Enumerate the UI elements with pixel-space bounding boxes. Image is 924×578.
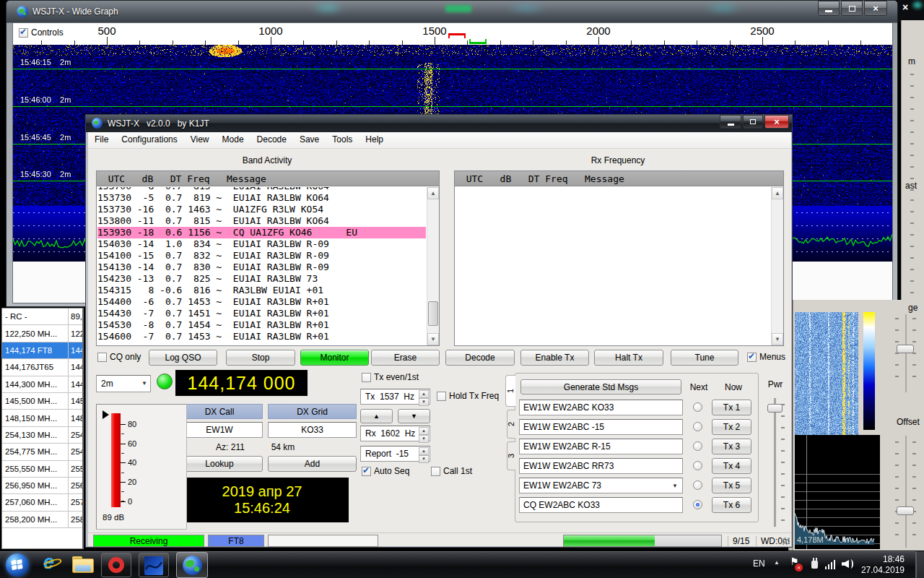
frequency-row[interactable]: 255,550 MH...255, — [2, 461, 82, 478]
frequency-row[interactable]: 144,300 MH...144, — [2, 376, 82, 393]
start-button[interactable] — [6, 553, 29, 577]
cq-only-checkbox[interactable]: CQ only — [97, 352, 141, 362]
decode-row[interactable]: 154315 8 -0.6 816 ~ RA3LBW EU1AI +01 — [97, 285, 426, 296]
decode-row[interactable]: 154600 -7 0.7 1453 ~ EU1AI RA3LBW R+01 — [97, 331, 426, 342]
decode-row[interactable]: 153800 -11 0.7 815 ~ EU1AI RA3LBW KO64 — [97, 215, 426, 227]
sdr-waterfall-display[interactable] — [795, 312, 858, 435]
frequency-row[interactable]: 257,060 MH...257, — [2, 494, 82, 511]
decode-button[interactable]: Decode — [445, 350, 515, 366]
tune-button[interactable]: Tune — [671, 350, 738, 366]
explorer-folder-icon[interactable] — [72, 556, 94, 573]
tx3-message-field[interactable]: EW1W EW2ABC R-15 — [519, 439, 683, 454]
tx-freq-spinner[interactable]: Tx 1537 Hz ▲▼ — [360, 389, 430, 405]
tx6-message-field[interactable]: CQ EW2ABC KO33 — [519, 497, 683, 513]
frequency-row-selected[interactable]: 144,174 FT8144, — [2, 342, 82, 359]
menu-file[interactable]: File — [88, 132, 115, 148]
wsjtx-taskbar-tile[interactable] — [176, 552, 208, 578]
tab-1[interactable]: 1 — [505, 375, 515, 407]
menu-configurations[interactable]: Configurations — [115, 132, 183, 148]
tx-even-checkbox[interactable]: Tx even/1st — [362, 372, 419, 382]
minimize-button[interactable] — [720, 115, 741, 129]
clock-date[interactable]: 27.04.2019 — [855, 565, 905, 575]
sdr-range-slider-track[interactable] — [905, 314, 907, 392]
pwr-slider-handle[interactable] — [767, 404, 783, 413]
tx5-message-combo[interactable]: EW1W EW2ABC 73 ▼ — [519, 478, 683, 493]
tx3-button[interactable]: Tx 3 — [712, 439, 751, 454]
menus-checkbox[interactable]: Menus — [747, 352, 785, 362]
show-desktop-button[interactable] — [915, 551, 924, 578]
scroll-up-icon[interactable]: ▲ — [772, 187, 783, 199]
decode-row[interactable]: 153730 -5 0.7 819 ~ EU1AI RA3LBW KO64 — [97, 192, 426, 204]
report-spinner[interactable]: Report -15 ▲▼ — [360, 446, 430, 462]
tray-expand-icon[interactable]: ▲ — [774, 559, 780, 566]
minimize-button[interactable] — [818, 1, 840, 16]
decode-row[interactable]: 154230 -13 0.7 825 ~ EU1AI RA3LBW 73 — [97, 273, 426, 285]
frequency-row[interactable]: 258,200 MH...258, — [2, 512, 82, 528]
maximize-button[interactable] — [841, 1, 863, 16]
close-button[interactable]: × — [864, 1, 887, 16]
tx2-message-field[interactable]: EW1W EW2ABC -15 — [519, 419, 683, 435]
auto-seq-checkbox[interactable]: Auto Seq — [362, 466, 409, 476]
dx-grid-field[interactable]: KO33 — [268, 422, 357, 438]
main-titlebar[interactable]: WSJT-X v2.0.0 by K1JT × — [86, 115, 792, 132]
halt-tx-button[interactable]: Halt Tx — [594, 350, 663, 366]
tx5-button[interactable]: Tx 5 — [712, 478, 751, 493]
rx-freq-marker[interactable] — [469, 39, 487, 44]
controls-checkbox[interactable]: Controls — [19, 27, 64, 38]
stop-button[interactable]: Stop — [226, 350, 295, 366]
close-button[interactable]: × — [764, 115, 789, 129]
waveform-app-tile[interactable] — [139, 553, 169, 577]
tx2-next-radio[interactable] — [693, 422, 702, 431]
decode-row[interactable]: 153730 -16 0.7 1463 ~ UA1ZFG R3LW KO54 — [97, 204, 426, 215]
wide-graph-titlebar[interactable]: WSJT-X - Wide Graph × — [6, 1, 897, 22]
spinner-arrows-icon[interactable]: ▲▼ — [419, 447, 429, 460]
decode-row[interactable]: 154530 -8 0.7 1454 ~ EU1AI RA3LBW R+01 — [97, 319, 426, 331]
tx6-next-radio-selected[interactable] — [693, 500, 702, 509]
frequency-row[interactable]: 122,250 MH...122, — [2, 325, 82, 342]
opera-taskbar-tile[interactable] — [101, 553, 131, 577]
tab-2[interactable]: 2 — [507, 410, 515, 439]
enable-tx-button[interactable]: Enable Tx — [520, 350, 589, 366]
freq-down-button[interactable]: ▼ — [398, 409, 430, 423]
tx4-message-field[interactable]: EW1W EW2ABC RR73 — [519, 458, 683, 474]
generate-std-msgs-button[interactable]: Generate Std Msgs — [520, 379, 681, 394]
frequency-row[interactable]: 145,500 MH...145, — [2, 393, 82, 410]
menu-decode[interactable]: Decode — [250, 132, 293, 148]
lookup-button[interactable]: Lookup — [176, 456, 263, 472]
decode-row[interactable]: 154400 -6 0.7 1453 ~ EU1AI RA3LBW R+01 — [97, 296, 426, 308]
tx4-next-radio[interactable] — [693, 461, 702, 470]
tx1-message-field[interactable]: EW1W EW2ABC KO33 — [519, 400, 683, 415]
menu-mode[interactable]: Mode — [216, 132, 250, 148]
erase-button[interactable]: Erase — [371, 350, 440, 366]
frequency-row[interactable]: 144,176JT65144, — [2, 359, 82, 376]
decode-row[interactable]: 154130 -14 0.7 830 ~ EU1AI RA3LBW R-09 — [97, 262, 426, 273]
dx-call-field[interactable]: EW1W — [176, 422, 263, 438]
call-1st-checkbox[interactable]: Call 1st — [431, 466, 472, 476]
controls-checkbox-box[interactable] — [19, 28, 28, 38]
tx2-button[interactable]: Tx 2 — [712, 419, 751, 435]
scrollbar-thumb[interactable] — [428, 301, 438, 326]
network-signal-icon[interactable] — [825, 560, 837, 569]
spinner-arrows-icon[interactable]: ▲▼ — [419, 427, 429, 440]
decode-row[interactable]: 154430 -7 0.7 1451 ~ EU1AI RA3LBW R+01 — [97, 308, 426, 319]
decode-row[interactable]: 154100 -15 0.7 832 ~ EU1AI RA3LBW R-09 — [97, 250, 426, 262]
frequency-row[interactable]: 254,775 MH...254, — [2, 444, 82, 460]
frequency-row[interactable]: - RC -89,6 — [2, 309, 82, 325]
spinner-arrows-icon[interactable]: ▲▼ — [419, 390, 429, 403]
add-button[interactable]: Add — [268, 456, 357, 472]
tx1-next-radio[interactable] — [693, 402, 702, 412]
monitor-button[interactable]: Monitor — [300, 350, 369, 366]
decode-row[interactable]: 154030 -14 1.0 834 ~ EU1AI RA3LBW R-09 — [97, 238, 426, 250]
tx3-next-radio[interactable] — [693, 441, 702, 451]
sdr-range-slider-handle[interactable] — [897, 345, 914, 353]
sdr-offset-slider-track[interactable] — [905, 436, 907, 548]
rx-frequency-scrollbar[interactable]: ▲ ▼ — [771, 187, 783, 345]
menu-view[interactable]: View — [184, 132, 216, 148]
sdr-offset-slider-handle[interactable] — [897, 506, 914, 515]
resize-grip[interactable] — [783, 538, 790, 545]
freq-up-button[interactable]: ▲ — [360, 409, 393, 423]
tx6-button[interactable]: Tx 6 — [712, 497, 751, 513]
frequency-row[interactable]: 254,130 MH...254, — [2, 427, 82, 444]
pwr-slider-track[interactable] — [774, 398, 776, 527]
hold-tx-freq-checkbox[interactable]: Hold Tx Freq — [437, 391, 499, 401]
